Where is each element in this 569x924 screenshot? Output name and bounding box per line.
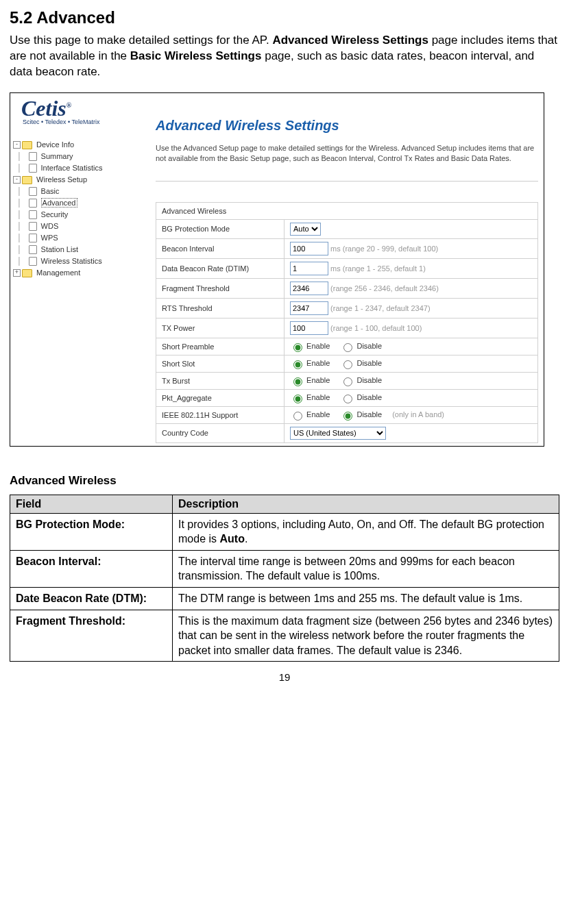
rts-hint: (range 1 - 2347, default 2347) xyxy=(330,304,431,312)
burst-disable-text: Disable xyxy=(356,376,382,384)
burst-enable-text: Enable xyxy=(306,376,330,384)
country-code-select[interactable]: US (United States) xyxy=(290,427,386,440)
beacon-interval-input[interactable] xyxy=(290,242,328,255)
logo-text: Cetis xyxy=(21,96,66,121)
ieee-enable-text: Enable xyxy=(306,410,330,419)
page-heading: 5.2 Advanced xyxy=(10,8,559,27)
tree-item-wireless-setup[interactable]: - Wireless Setup xyxy=(13,174,142,186)
settings-table: Advanced Wireless BG Protection Mode Aut… xyxy=(156,202,538,443)
slot-enable-text: Enable xyxy=(306,359,330,367)
tree-item-basic[interactable]: │ Basic xyxy=(13,186,142,197)
row-dtim-label: Data Beacon Rate (DTIM) xyxy=(156,258,284,278)
row2-desc: The interval time range is between 20ms … xyxy=(173,550,559,587)
col-desc: Description xyxy=(173,495,559,513)
tree-item-advanced[interactable]: │ Advanced xyxy=(13,197,142,209)
logo-brand: Cetis® xyxy=(12,99,142,118)
tree-item-wps[interactable]: │ WPS xyxy=(13,232,142,244)
row1-field: BG Protection Mode: xyxy=(10,513,173,550)
pkt-disable[interactable]: Disable xyxy=(340,393,382,401)
desc-section-title: Advanced Wireless xyxy=(10,474,559,488)
row-pkt-label: Pkt_Aggregate xyxy=(156,389,284,406)
panel-desc: Use the Advanced Setup page to make deta… xyxy=(156,143,538,182)
pre-enable-text: Enable xyxy=(306,342,330,350)
tree-item-wireless-statistics[interactable]: │ Wireless Statistics xyxy=(13,255,142,267)
pre-disable[interactable]: Disable xyxy=(340,342,382,350)
burst-disable[interactable]: Disable xyxy=(340,376,382,384)
tree-item-management[interactable]: + Management xyxy=(13,267,142,279)
row1-desc: It provides 3 options, including Auto, O… xyxy=(173,513,559,550)
row-ieee-label: IEEE 802.11H Support xyxy=(156,406,284,423)
row2-field: Beacon Interval: xyxy=(10,550,173,587)
pkt-enable-text: Enable xyxy=(306,393,330,401)
ieee-disable-text: Disable xyxy=(356,410,382,419)
screenshot-frame: Cetis® Scitec • Teledex • TeleMatrix - D… xyxy=(10,92,544,447)
slot-enable[interactable]: Enable xyxy=(290,359,330,367)
pkt-disable-text: Disable xyxy=(356,393,382,401)
dtim-hint: ms (range 1 - 255, default 1) xyxy=(330,264,426,273)
pre-disable-text: Disable xyxy=(356,342,382,350)
row-pre-label: Short Preamble xyxy=(156,338,284,355)
intro-t1: Use this page to make detailed settings … xyxy=(10,34,272,47)
row3-desc: The DTM range is between 1ms and 255 ms.… xyxy=(173,587,559,610)
section-header: Advanced Wireless xyxy=(156,202,538,219)
tree-item-device-info[interactable]: - Device Info xyxy=(13,139,142,151)
col-field: Field xyxy=(10,495,173,513)
intro-b1: Advanced Wireless Settings xyxy=(272,34,428,47)
txpower-input[interactable] xyxy=(290,321,328,335)
description-table: Field Description BG Protection Mode: It… xyxy=(10,495,559,662)
tree-item-station-list[interactable]: │ Station List xyxy=(13,244,142,255)
slot-disable-text: Disable xyxy=(356,359,382,367)
pkt-enable[interactable]: Enable xyxy=(290,393,330,401)
fragment-input[interactable] xyxy=(290,282,328,295)
burst-enable[interactable]: Enable xyxy=(290,376,330,384)
ieee-disable[interactable]: Disable xyxy=(340,410,382,419)
row-cc-label: Country Code xyxy=(156,423,284,442)
slot-disable[interactable]: Disable xyxy=(340,359,382,367)
panel-title: Advanced Wireless Settings xyxy=(156,118,538,134)
row3-field: Date Beacon Rate (DTM): xyxy=(10,587,173,610)
page-number: 19 xyxy=(10,671,559,683)
txp-hint: (range 1 - 100, default 100) xyxy=(330,324,422,332)
nav-tree: Cetis® Scitec • Teledex • TeleMatrix - D… xyxy=(12,95,142,445)
tree-item-interface-statistics[interactable]: │ Interface Statistics xyxy=(13,162,142,174)
row-txp-label: TX Power xyxy=(156,318,284,338)
ieee-enable[interactable]: Enable xyxy=(290,410,330,419)
rts-input[interactable] xyxy=(290,301,328,315)
row-frag-label: Fragment Threshold xyxy=(156,278,284,298)
row1-desc-bold: Auto xyxy=(219,533,244,545)
row-bg-label: BG Protection Mode xyxy=(156,219,284,238)
row-slot-label: Short Slot xyxy=(156,355,284,372)
row-burst-label: Tx Burst xyxy=(156,372,284,389)
row4-field: Fragment Threshold: xyxy=(10,610,173,662)
content-panel: Advanced Wireless Settings Use the Advan… xyxy=(142,95,542,445)
row-beacon-label: Beacon Interval xyxy=(156,238,284,258)
beacon-hint: ms (range 20 - 999, default 100) xyxy=(330,245,438,253)
logo-sub: Scitec • Teledex • TeleMatrix xyxy=(12,118,142,125)
row4-desc: This is the maximum data fragment size (… xyxy=(173,610,559,662)
dtim-input[interactable] xyxy=(290,262,328,275)
intro-paragraph: Use this page to make detailed settings … xyxy=(10,33,559,80)
tree-item-summary[interactable]: │ Summary xyxy=(13,151,142,162)
frag-hint: (range 256 - 2346, default 2346) xyxy=(330,284,439,292)
row-rts-label: RTS Threshold xyxy=(156,298,284,318)
bg-protection-select[interactable]: Auto xyxy=(290,223,321,236)
tree-item-wds[interactable]: │ WDS xyxy=(13,221,142,232)
row1-desc-post: . xyxy=(245,533,247,545)
intro-b2: Basic Wireless Settings xyxy=(130,49,262,62)
ieee-hint: (only in A band) xyxy=(392,410,444,419)
pre-enable[interactable]: Enable xyxy=(290,342,330,350)
tree-item-security[interactable]: │ Security xyxy=(13,209,142,221)
